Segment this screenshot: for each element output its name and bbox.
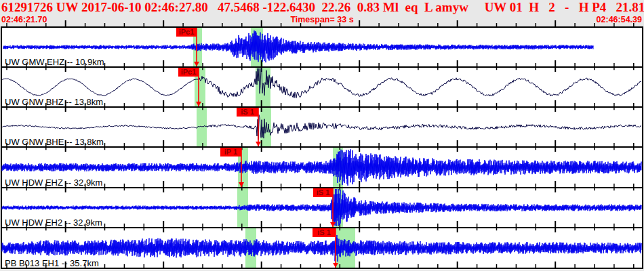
trace-label-gnw-bhe: UW GNW BHE -- 13.8km xyxy=(5,137,104,147)
timespan-label: Timespan= 33 s xyxy=(0,15,644,25)
pick-flag-hdw-is1[interactable]: iS 1 xyxy=(313,188,333,197)
trace-label-gmw-ehz: UW GMW EHZ -- 10.9km xyxy=(5,57,104,67)
trace-label-hdw-ehz: UW HDW EHZ -- 32.9km xyxy=(5,178,102,188)
pick-flag-gnw-is1[interactable]: iS 1 xyxy=(237,108,258,117)
time-axis-labels: 02:46:21.70 Timespan= 33 s 02:46:54.39 xyxy=(0,15,644,26)
event-title: 61291726 UW 2017-06-10 02:46:27.80 47.54… xyxy=(1,0,644,15)
window-end-time: 02:46:54.39 xyxy=(597,15,642,25)
header: 61291726 UW 2017-06-10 02:46:27.80 47.54… xyxy=(0,0,644,27)
pick-flag-gnw-ipc1[interactable]: iPc1 xyxy=(178,68,199,77)
phase-window-band[interactable] xyxy=(197,108,207,146)
pick-flag-gmw-ipc1[interactable]: iPc1 xyxy=(176,28,197,37)
trace-label-hdw-eh2: UW HDW EH2 -- 32.9km xyxy=(5,217,102,228)
seismogram-viewer: { "header": { "title": "61291726 UW 2017… xyxy=(0,0,644,271)
pick-flag-hdw-ip1[interactable]: iP 1 xyxy=(220,148,241,157)
trace-label-gnw-bhz: UW GNW BHZ -- 13.8km xyxy=(5,97,103,107)
pick-flag-b013-is1[interactable]: iS 1 xyxy=(313,228,336,237)
trace-label-b013-eh1: PB B013 EH1 -- 35.7km xyxy=(5,258,99,268)
